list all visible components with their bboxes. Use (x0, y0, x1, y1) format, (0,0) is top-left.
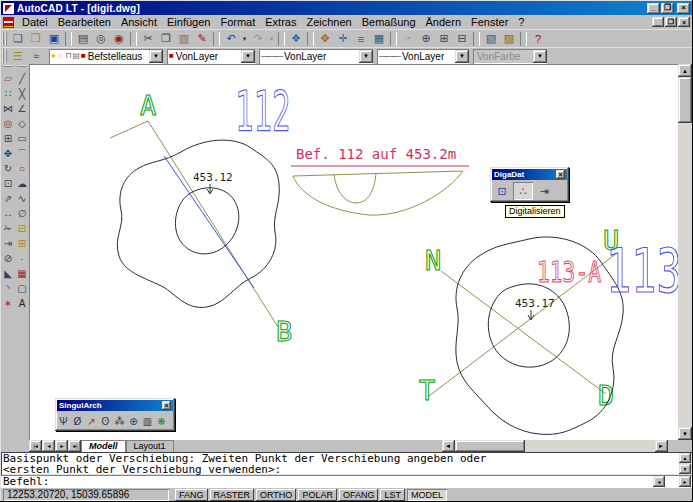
marker-d[interactable]: D (598, 380, 614, 411)
layers-dialog-icon[interactable]: ☰ (9, 48, 27, 64)
command-hscroll-track[interactable] (665, 476, 679, 487)
digitize-finish-icon[interactable]: ⇥ (534, 182, 554, 200)
scroll-left-button[interactable]: ◄ (442, 440, 455, 452)
pan-icon[interactable]: ☞ (399, 31, 417, 47)
match-properties-icon[interactable]: ✎ (193, 31, 211, 47)
plant-symbol-icon[interactable]: Ψ (57, 413, 70, 429)
rotate-icon[interactable]: ↻ (1, 161, 15, 176)
redo-icon[interactable]: ↷ (249, 31, 267, 47)
menu-einfuegen[interactable]: Einfügen (162, 16, 215, 29)
properties-icon[interactable]: ▧ (482, 31, 500, 47)
tab-last-button[interactable]: ►| (68, 440, 81, 452)
menu-fenster[interactable]: Fenster (466, 16, 513, 29)
scale-icon[interactable]: ⊡ (1, 176, 15, 191)
marker-t[interactable]: T (419, 375, 435, 406)
digitizer-setup-icon[interactable]: ⊡ (492, 182, 512, 200)
menu-zeichnen[interactable]: Zeichnen (301, 16, 356, 29)
lineweight-combo[interactable]: ——— VonLayer ▼ (377, 49, 469, 64)
singularch-close-icon[interactable]: × (162, 401, 171, 410)
array-icon[interactable]: ⊞ (1, 131, 15, 146)
model-toggle[interactable]: MODEL (407, 489, 447, 501)
drawing-canvas[interactable]: A B 112 453.12 Bef. 112 auf 453.2m N U T… (29, 64, 678, 440)
spline-icon[interactable]: ∿ (15, 191, 29, 206)
ellipse-icon[interactable]: ∅ (15, 206, 29, 221)
menu-ansicht[interactable]: Ansicht (116, 16, 162, 29)
tab-layout1[interactable]: Layout1 (126, 440, 174, 452)
toolbar-grip[interactable] (2, 32, 7, 46)
toolbar-grip[interactable] (2, 49, 7, 63)
break-icon[interactable]: ⊘ (1, 251, 15, 266)
arc-icon[interactable]: ⌒ (15, 146, 29, 161)
command-hscrollbar[interactable]: ◄ ► (653, 476, 691, 487)
help-icon[interactable]: ? (529, 31, 547, 47)
insert-block-icon[interactable]: ⊟ (15, 221, 29, 236)
trim-icon[interactable]: ✁ (1, 221, 15, 236)
chamfer-icon[interactable]: ◣ (1, 266, 15, 281)
marker-a[interactable]: A (140, 90, 156, 121)
print-icon[interactable]: ▤ (74, 31, 92, 47)
site-number-112[interactable]: 112 (235, 78, 291, 144)
color-combo-arrow[interactable]: ▼ (241, 50, 255, 63)
make-block-icon[interactable]: ⊞ (15, 236, 29, 251)
contour-112-outer[interactable] (117, 140, 279, 307)
vertical-scroll-thumb[interactable] (678, 77, 692, 123)
site-number-113[interactable]: 113 (606, 236, 678, 306)
command-scrollbar[interactable]: ▲ ▼ (679, 453, 691, 474)
minimize-button[interactable]: _ (647, 3, 660, 14)
find-icon[interactable]: ◉ (110, 31, 128, 47)
zoom-window-icon[interactable]: ⊞ (435, 31, 453, 47)
survey-line-nd[interactable] (441, 271, 606, 394)
menu-bearbeiten[interactable]: Bearbeiten (53, 16, 116, 29)
lineweight-combo-arrow[interactable]: ▼ (455, 50, 469, 63)
mirror-icon[interactable]: ⋈ (1, 101, 15, 116)
mdi-restore-button[interactable]: ❐ (665, 17, 677, 27)
linetype-combo-arrow[interactable]: ▼ (359, 50, 373, 63)
snap-from-icon[interactable]: ✛ (334, 31, 352, 47)
horizontal-scroll-thumb[interactable] (455, 440, 525, 452)
command-scroll-right-button[interactable]: ► (679, 476, 691, 487)
restore-button[interactable]: ❐ (661, 3, 674, 14)
color-combo[interactable]: ■ VonLayer ▼ (167, 49, 255, 64)
digitize-points-icon[interactable]: ∴ (513, 182, 533, 200)
copy-icon[interactable]: ❐ (157, 31, 175, 47)
layer-combo-arrow[interactable]: ▼ (149, 50, 163, 63)
document-icon[interactable] (3, 17, 14, 28)
erase-icon[interactable]: ▱ (1, 71, 15, 86)
command-input[interactable]: Befehl: (1, 475, 692, 487)
layer-states-icon[interactable]: ≈ (27, 48, 45, 64)
menu-hilfe[interactable]: ? (513, 16, 529, 29)
raster-toggle[interactable]: RASTER (210, 489, 255, 501)
site-number-113a[interactable]: 113-A (537, 256, 601, 289)
layouts-pages-icon[interactable]: ▦ (370, 31, 388, 47)
menu-format[interactable]: Format (215, 16, 260, 29)
elevation-113[interactable]: 453.17 (515, 297, 555, 310)
tab-model[interactable]: Modell (81, 440, 126, 452)
line-icon[interactable]: ╱ (15, 71, 29, 86)
circle-icon[interactable]: ○ (15, 161, 29, 176)
copy-object-icon[interactable]: ∷ (1, 86, 15, 101)
pick-point-icon[interactable]: ↗ (85, 413, 98, 429)
extend-icon[interactable]: ⇥ (1, 236, 15, 251)
singularch-title-bar[interactable]: SingulArch × (57, 400, 173, 411)
scatter-points-icon[interactable]: ⁂ (113, 413, 126, 429)
undo-icon[interactable]: ↶ (222, 31, 240, 47)
command-scroll-left-button[interactable]: ◄ (653, 476, 665, 487)
vertical-scrollbar[interactable]: ▲ ▼ (678, 64, 692, 440)
construction-line-icon[interactable]: ╳ (15, 86, 29, 101)
print-preview-icon[interactable]: ◎ (92, 31, 110, 47)
offset-icon[interactable]: ◎ (1, 116, 15, 131)
scroll-up-button[interactable]: ▲ (678, 64, 692, 77)
app-icon[interactable] (3, 3, 14, 14)
menu-datei[interactable]: Datei (17, 16, 53, 29)
zoom-tool-icon[interactable]: ⊕ (127, 413, 140, 429)
digadat-close-icon[interactable]: × (556, 170, 565, 179)
redo-dropdown-icon[interactable]: ▾ (267, 31, 276, 47)
toolbar-grip[interactable] (3, 65, 13, 69)
move-icon[interactable]: ✥ (1, 146, 15, 161)
new-file-icon[interactable]: ❏ (9, 31, 27, 47)
explode-icon[interactable]: ✶ (1, 296, 15, 311)
marker-n[interactable]: N (425, 245, 441, 276)
elevation-112[interactable]: 453.12 (193, 171, 233, 184)
marker-b[interactable]: B (276, 316, 292, 347)
profile-notch[interactable] (334, 173, 376, 203)
